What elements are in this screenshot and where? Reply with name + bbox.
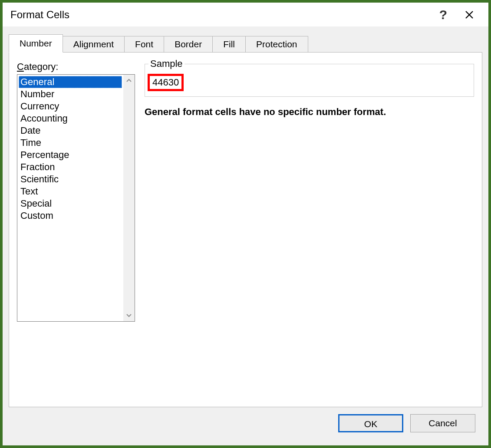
category-item-text[interactable]: Text	[19, 185, 122, 198]
titlebar: Format Cells ?	[3, 3, 488, 26]
format-options-column: Sample 44630 General format cells have n…	[145, 61, 474, 118]
category-listbox[interactable]: General Number Currency Accounting Date …	[17, 74, 135, 322]
sample-value: 44630	[152, 77, 179, 88]
category-label: Category:	[17, 61, 135, 72]
help-button[interactable]: ?	[430, 3, 456, 26]
sample-fieldset: Sample 44630	[145, 64, 474, 97]
scroll-down-button[interactable]	[123, 309, 135, 321]
tab-panel-number: Category: General Number Currency Accoun…	[9, 52, 482, 407]
tab-font[interactable]: Font	[124, 36, 164, 53]
tab-number[interactable]: Number	[9, 34, 63, 53]
category-item-time[interactable]: Time	[19, 137, 122, 149]
dialog-title: Format Cells	[10, 9, 430, 21]
chevron-down-icon	[126, 313, 132, 318]
category-item-special[interactable]: Special	[19, 198, 122, 210]
category-scrollbar[interactable]	[123, 75, 135, 321]
close-button[interactable]	[456, 3, 482, 26]
help-icon: ?	[439, 7, 447, 22]
category-item-accounting[interactable]: Accounting	[19, 112, 122, 125]
category-label-rest: ategory:	[24, 61, 59, 72]
category-item-percentage[interactable]: Percentage	[19, 149, 122, 161]
cancel-button[interactable]: Cancel	[410, 414, 475, 432]
scroll-up-button[interactable]	[123, 75, 135, 87]
scroll-track[interactable]	[123, 87, 135, 309]
category-item-fraction[interactable]: Fraction	[19, 161, 122, 173]
content-row: Category: General Number Currency Accoun…	[17, 61, 474, 399]
category-label-accel: C	[17, 61, 24, 72]
dialog-window: Format Cells ? Number Alignment Font Bor…	[0, 0, 491, 448]
category-list: General Number Currency Accounting Date …	[17, 75, 123, 321]
tab-border[interactable]: Border	[164, 36, 213, 53]
format-description: General format cells have no specific nu…	[145, 106, 474, 118]
category-item-scientific[interactable]: Scientific	[19, 173, 122, 185]
close-icon	[465, 10, 474, 19]
category-item-general[interactable]: General	[19, 76, 122, 88]
category-item-number[interactable]: Number	[19, 88, 122, 100]
tab-alignment[interactable]: Alignment	[63, 36, 125, 53]
dialog-body: Number Alignment Font Border Fill Protec…	[3, 26, 488, 445]
dialog-button-bar: OK Cancel	[9, 407, 482, 439]
ok-button[interactable]: OK	[338, 414, 403, 432]
sample-legend: Sample	[148, 58, 185, 69]
category-item-date[interactable]: Date	[19, 125, 122, 137]
tabs-bar: Number Alignment Font Border Fill Protec…	[9, 34, 482, 53]
category-item-currency[interactable]: Currency	[19, 100, 122, 112]
tab-fill[interactable]: Fill	[212, 36, 246, 53]
tab-protection[interactable]: Protection	[245, 36, 308, 53]
chevron-up-icon	[126, 78, 132, 83]
category-column: Category: General Number Currency Accoun…	[17, 61, 135, 322]
sample-value-highlight: 44630	[148, 74, 184, 91]
category-item-custom[interactable]: Custom	[19, 210, 122, 222]
